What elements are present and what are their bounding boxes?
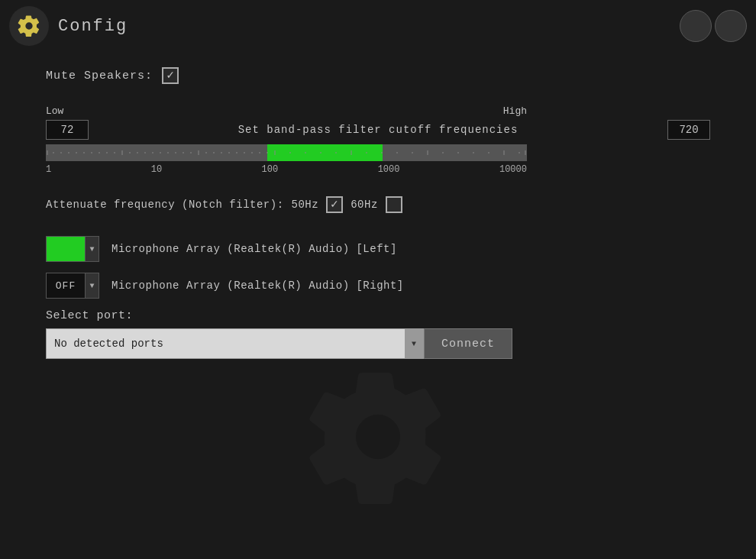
mic-row-right: OFF ▼ Microphone Array (Realtek(R) Audio… [46,273,710,299]
header: Config [0,0,756,52]
mic-left-color [47,237,85,261]
freq-scale-row: 1 10 100 1000 10000 [46,164,527,175]
mic-right-off: OFF [47,273,85,298]
freq-scale-100: 100 [262,164,279,175]
notch-label: Attenuate frequency (Notch filter): [46,199,284,211]
header-circle-1[interactable] [680,10,712,42]
main-content: Mute Speakers: Low High 72 Set band-pass… [0,52,756,374]
mic-right-label: Microphone Array (Realtek(R) Audio) [Rig… [111,280,404,292]
page-title: Config [58,17,128,36]
connect-button[interactable]: Connect [424,328,512,359]
bg-watermark [302,360,454,513]
hz50-checkbox[interactable] [326,196,343,213]
header-circle-2[interactable] [715,10,747,42]
mic-left-label: Microphone Array (Realtek(R) Audio) [Lef… [111,243,397,255]
high-label: High [478,105,527,117]
gear-icon-container [9,6,49,46]
mute-speakers-row: Mute Speakers: [46,67,710,84]
mute-speakers-label: Mute Speakers: [46,69,153,82]
header-right-buttons [680,10,747,42]
mic-right-arrow[interactable]: ▼ [85,273,99,298]
gear-icon [17,14,41,38]
freq-scale-1: 1 [46,164,51,175]
mute-speakers-checkbox[interactable] [162,67,179,84]
freq-scale-1000: 1000 [378,164,400,175]
freq-slider-container[interactable] [46,144,527,161]
low-freq-input[interactable]: 72 [46,120,89,140]
port-select-text: No detected ports [47,338,405,350]
freq-slider-track [46,144,527,161]
notch-filter-row: Attenuate frequency (Notch filter): 50Hz… [46,196,710,213]
hz60-checkbox[interactable] [386,196,402,213]
bandpass-section: Low High 72 Set band-pass filter cutoff … [46,105,710,175]
port-select-wrapper[interactable]: No detected ports ▼ [46,328,424,359]
port-dropdown-arrow[interactable]: ▼ [405,329,423,358]
port-row: No detected ports ▼ Connect [46,328,710,359]
freq-scale-10: 10 [151,164,162,175]
port-label: Select port: [46,309,710,322]
bandpass-description: Set band-pass filter cutoff frequencies [95,124,661,136]
low-label: Low [46,105,95,117]
mic-left-arrow[interactable]: ▼ [85,237,99,261]
high-freq-input[interactable]: 720 [667,120,710,140]
port-section: Select port: No detected ports ▼ Connect [46,309,710,359]
mic-row-left: ▼ Microphone Array (Realtek(R) Audio) [L… [46,236,710,262]
mic-left-dropdown[interactable]: ▼ [46,236,99,262]
mic-right-dropdown[interactable]: OFF ▼ [46,273,99,299]
hz60-label: 60Hz [351,199,378,211]
hz50-label: 50Hz [292,199,319,211]
slider-ticks-svg [46,144,527,161]
freq-inputs-row: 72 Set band-pass filter cutoff frequenci… [46,120,710,140]
freq-scale-10000: 10000 [499,164,527,175]
